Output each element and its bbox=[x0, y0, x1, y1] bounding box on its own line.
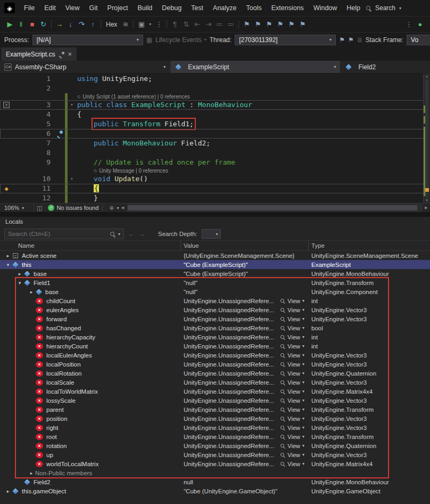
breakpoint-margin[interactable]: ◆ bbox=[0, 184, 13, 193]
view-button[interactable]: View▾ bbox=[280, 407, 304, 413]
menu-item-window[interactable]: Window bbox=[309, 2, 342, 14]
locals-row-Non-Public-members[interactable]: ▸Non-Public members bbox=[0, 468, 430, 477]
view-button[interactable]: View▾ bbox=[280, 425, 304, 431]
expander-icon[interactable]: ▾ bbox=[4, 262, 12, 267]
breakpoint-margin[interactable] bbox=[0, 148, 13, 158]
expander-icon[interactable]: ▾ bbox=[16, 280, 23, 286]
scroll-right-icon[interactable]: ▶ bbox=[423, 206, 430, 210]
break-all-icon[interactable]: ‖ bbox=[15, 17, 27, 32]
locals-row-localScale[interactable]: ×localScaleUnityEngine.UnassignedRefere.… bbox=[0, 378, 430, 387]
uncomment-icon[interactable]: ≕ bbox=[225, 17, 236, 32]
flag-threads-icon[interactable]: ⚑ bbox=[339, 36, 345, 44]
locals-row-worldToLocalMatrix[interactable]: ×worldToLocalMatrixUnityEngine.Unassigne… bbox=[0, 459, 430, 468]
scrollbar-track[interactable] bbox=[127, 204, 423, 212]
locals-row-parent[interactable]: ×parentUnityEngine.UnassignedRefere...Vi… bbox=[0, 405, 430, 414]
code-line-12[interactable]: 12} bbox=[0, 193, 430, 203]
menu-item-git[interactable]: Git bbox=[85, 2, 103, 14]
view-button[interactable]: View▾ bbox=[280, 298, 304, 304]
locals-row-Active-scene[interactable]: ▸Active scene{UnityEngine.SceneManagemen… bbox=[0, 251, 430, 260]
code-line-9[interactable]: 9// Update is called once per frame bbox=[0, 158, 430, 167]
view-button[interactable]: View▾ bbox=[280, 370, 304, 377]
clear-bookmarks-icon[interactable]: ⚑ bbox=[297, 17, 308, 32]
comment-icon[interactable]: ≔ bbox=[214, 17, 225, 32]
show-threads-icon[interactable]: ≋ bbox=[120, 17, 131, 32]
search-prev-icon[interactable]: ← bbox=[128, 230, 135, 238]
project-dropdown[interactable]: C# Assembly-CSharp ▾ bbox=[0, 61, 170, 73]
breakpoint-windows-icon[interactable]: ▣ bbox=[136, 17, 147, 32]
search-input[interactable] bbox=[8, 231, 107, 237]
locals-row-lossyScale[interactable]: ×lossyScaleUnityEngine.UnassignedRefere.… bbox=[0, 396, 430, 405]
locals-row-childCount[interactable]: ×childCountUnityEngine.UnassignedRefere.… bbox=[0, 296, 430, 305]
locals-row-Field1[interactable]: ▾Field1"null"UnityEngine.Transform bbox=[0, 278, 430, 287]
locals-row-localRotation[interactable]: ×localRotationUnityEngine.UnassignedRefe… bbox=[0, 369, 430, 378]
step-over-icon[interactable]: ↷ bbox=[76, 17, 87, 32]
breakpoint-margin[interactable] bbox=[0, 110, 13, 119]
view-button[interactable]: View▾ bbox=[280, 307, 304, 313]
code-line-3[interactable]: ↑3▾public class ExampleScript : MonoBeha… bbox=[0, 100, 430, 110]
locals-row-Field2[interactable]: Field2nullUnityEngine.MonoBehaviour bbox=[0, 477, 430, 486]
expander-icon[interactable]: ▸ bbox=[28, 289, 35, 295]
locals-row-rotation[interactable]: ×rotationUnityEngine.UnassignedRefere...… bbox=[0, 441, 430, 450]
windows-dropdown-caret-icon[interactable]: ▾ bbox=[147, 17, 153, 32]
scroll-left-icon[interactable]: ◀ bbox=[119, 206, 127, 210]
breakpoint-margin[interactable] bbox=[0, 129, 13, 139]
scrollbar-thumb[interactable] bbox=[425, 80, 428, 197]
member-dropdown[interactable]: Field2 bbox=[341, 61, 430, 73]
menu-item-view[interactable]: View bbox=[61, 2, 85, 14]
tab-examplescript[interactable]: ExampleScript.cs × bbox=[1, 47, 77, 61]
menu-item-help[interactable]: Help bbox=[342, 2, 365, 14]
code-line-4[interactable]: 4{ bbox=[0, 110, 430, 119]
breakpoint-margin[interactable]: ↑ bbox=[0, 100, 13, 110]
step-out-icon[interactable]: ↑ bbox=[87, 17, 98, 32]
editor-vertical-scrollbar[interactable]: ▲ ▼ bbox=[423, 74, 430, 203]
stop-icon[interactable]: ■ bbox=[27, 17, 38, 32]
view-button[interactable]: View▾ bbox=[280, 361, 304, 368]
overflow-more-icon[interactable]: ⋮ bbox=[403, 17, 415, 32]
process-dropdown[interactable]: [N/A] ▾ bbox=[32, 35, 143, 45]
breakpoint-margin[interactable] bbox=[0, 84, 13, 93]
show-next-statement-icon[interactable]: → bbox=[54, 17, 65, 32]
search-box[interactable]: ▾ bbox=[4, 229, 124, 239]
view-button[interactable]: View▾ bbox=[280, 452, 304, 458]
flag-just-my-code-icon[interactable]: ⚑ bbox=[348, 36, 354, 44]
codelens-text[interactable]: Unity Message | 0 references bbox=[99, 167, 168, 174]
code-line-6[interactable]: 6 bbox=[0, 129, 430, 139]
menu-item-tools[interactable]: Tools bbox=[242, 2, 267, 14]
breakpoint-margin[interactable] bbox=[0, 174, 13, 184]
search-depth-dropdown[interactable]: ▾ bbox=[202, 229, 221, 239]
menu-item-project[interactable]: Project bbox=[103, 2, 133, 14]
thread-dropdown[interactable]: [2703011392] ▾ bbox=[235, 35, 336, 45]
breakpoint-margin[interactable] bbox=[0, 193, 13, 203]
menu-item-analyze[interactable]: Analyze bbox=[208, 2, 241, 14]
locals-row-hierarchyCount[interactable]: ×hierarchyCountUnityEngine.UnassignedRef… bbox=[0, 342, 430, 351]
breakpoint-diamond-icon[interactable]: ◆ bbox=[4, 184, 8, 193]
scrollbar-track[interactable] bbox=[424, 79, 430, 198]
whitespace-icon[interactable]: ¶ bbox=[169, 17, 180, 32]
gutter-frame-icon[interactable]: ↑ bbox=[3, 102, 10, 108]
scroll-down-icon[interactable]: ▼ bbox=[425, 198, 428, 203]
scrollbar-thumb[interactable] bbox=[128, 205, 417, 210]
next-bookmark-icon[interactable]: ⚑ bbox=[263, 17, 275, 32]
code-line-11[interactable]: ◆11{ bbox=[0, 184, 430, 193]
expander-icon[interactable]: ▸ bbox=[4, 253, 12, 258]
menu-item-extensions[interactable]: Extensions bbox=[267, 2, 309, 14]
view-button[interactable]: View▾ bbox=[280, 316, 304, 322]
locals-row-position[interactable]: ×positionUnityEngine.UnassignedRefere...… bbox=[0, 414, 430, 423]
search-next-icon[interactable]: → bbox=[139, 230, 145, 238]
locals-row-forward[interactable]: ×forwardUnityEngine.UnassignedRefere...V… bbox=[0, 314, 430, 323]
codelens-text[interactable]: Unity Script (1 asset reference) | 0 ref… bbox=[82, 93, 190, 100]
menu-item-edit[interactable]: Edit bbox=[39, 2, 61, 14]
next-folder-bookmark-icon[interactable]: ⚑ bbox=[286, 17, 297, 32]
scroll-up-icon[interactable]: ▲ bbox=[425, 74, 428, 79]
fold-toggle-icon[interactable]: ▾ bbox=[68, 100, 76, 110]
prev-bookmark-icon[interactable]: ⚑ bbox=[252, 17, 263, 32]
restart-icon[interactable]: ↻ bbox=[38, 17, 49, 32]
continue-icon[interactable]: ▶ bbox=[4, 17, 15, 32]
code-line-5[interactable]: 5public Transform Field1; bbox=[0, 119, 430, 129]
locals-row-localEulerAngles[interactable]: ×localEulerAnglesUnityEngine.UnassignedR… bbox=[0, 351, 430, 360]
code-line-2[interactable]: 2 bbox=[0, 84, 430, 93]
menu-item-debug[interactable]: Debug bbox=[157, 2, 186, 14]
pane-splitter[interactable] bbox=[0, 212, 430, 217]
view-button[interactable]: View▾ bbox=[280, 379, 304, 386]
view-button[interactable]: View▾ bbox=[280, 388, 304, 395]
